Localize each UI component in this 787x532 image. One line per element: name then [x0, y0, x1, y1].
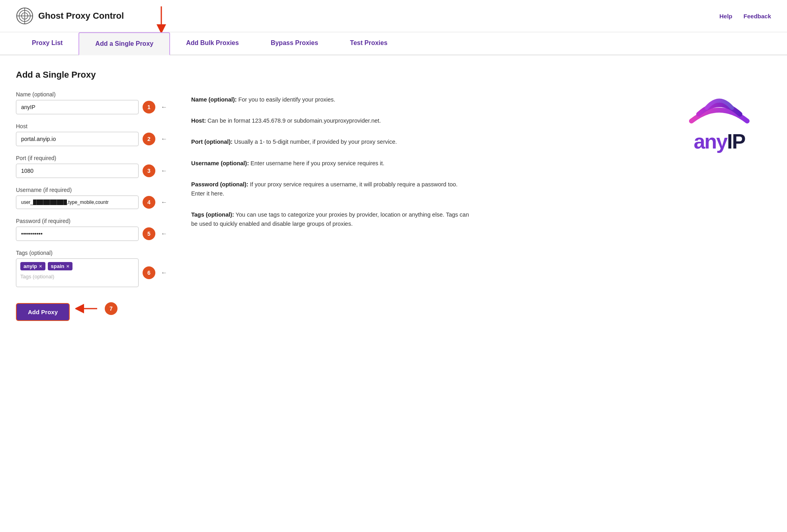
tags-field-row: anyip × spain × Tags (optional) 6 ←	[16, 258, 167, 287]
step-badge-1: 1	[143, 101, 155, 113]
tag-label-spain: spain	[51, 263, 65, 269]
step-badge-2: 2	[143, 133, 155, 145]
anyip-ip-text: IP	[727, 130, 745, 153]
tab-test[interactable]: Test Proxies	[334, 32, 403, 55]
help-text-2: Can be in format 123.45.678.9 or subdoma…	[208, 117, 381, 124]
password-label: Password (if required)	[16, 218, 167, 224]
nav-tabs: Proxy List Add a Single Proxy Add Bulk P…	[0, 32, 787, 55]
help-text-4: Enter username here if you proxy service…	[251, 160, 384, 166]
help-text-1: For you to easily identify your proxies.	[238, 96, 335, 103]
tags-arrow: ←	[161, 269, 167, 276]
app-title: Ghost Proxy Control	[38, 11, 124, 21]
header-links: Help Feedback	[719, 13, 771, 20]
help-entry-1: Name (optional): For you to easily ident…	[191, 95, 470, 104]
password-input[interactable]	[16, 227, 139, 241]
form-section: Name (optional) 1 ← Host 2 ← Port (if re…	[16, 91, 167, 321]
name-input[interactable]	[16, 100, 139, 114]
help-entry-6: Tags (optional): You can use tags to cat…	[191, 210, 470, 229]
logo-area: Ghost Proxy Control	[16, 7, 719, 25]
name-field-row: 1 ←	[16, 100, 167, 114]
help-entry-2: Host: Can be in format 123.45.678.9 or s…	[191, 116, 470, 125]
help-label-5: Password (optional):	[191, 181, 248, 188]
help-text-3: Usually a 1- to 5-digit number, if provi…	[234, 139, 397, 145]
step-badge-7: 7	[105, 302, 117, 315]
port-arrow: ←	[161, 167, 167, 174]
host-arrow: ←	[161, 135, 167, 143]
content-layout: Name (optional) 1 ← Host 2 ← Port (if re…	[16, 91, 771, 321]
anyip-cloud-svg	[683, 91, 755, 127]
step-badge-4: 4	[143, 196, 155, 209]
help-label-4: Username (optional):	[191, 160, 249, 166]
host-field-row: 2 ←	[16, 132, 167, 146]
help-label-3: Port (optional):	[191, 139, 233, 145]
help-link[interactable]: Help	[719, 13, 732, 20]
host-label: Host	[16, 123, 167, 129]
name-field-group: Name (optional) 1 ←	[16, 91, 167, 114]
main-content: Add a Single Proxy Name (optional) 1 ← H…	[0, 55, 787, 335]
tag-chip-anyip[interactable]: anyip ×	[20, 262, 45, 270]
password-field-row: 5 ←	[16, 227, 167, 241]
add-proxy-arrow	[75, 301, 99, 316]
page-title: Add a Single Proxy	[16, 70, 771, 80]
add-proxy-button[interactable]: Add Proxy	[16, 303, 70, 321]
port-field-group: Port (if required) 3 ←	[16, 155, 167, 178]
password-arrow: ←	[161, 230, 167, 237]
anyip-cloud-icon	[683, 91, 755, 127]
username-field-row: 4 ←	[16, 196, 167, 209]
tags-label: Tags (optional)	[16, 250, 167, 256]
host-field-group: Host 2 ←	[16, 123, 167, 146]
help-entry-3: Port (optional): Usually a 1- to 5-digit…	[191, 137, 470, 147]
name-label: Name (optional)	[16, 91, 167, 98]
add-proxy-btn-row: Add Proxy 7	[16, 296, 167, 321]
tags-field-group: Tags (optional) anyip × spain ×	[16, 250, 167, 287]
help-label-1: Name (optional):	[191, 96, 237, 103]
help-entry-4: Username (optional): Enter username here…	[191, 159, 470, 168]
help-label-2: Host:	[191, 117, 206, 124]
tab-proxy-list[interactable]: Proxy List	[16, 32, 78, 55]
name-arrow: ←	[161, 104, 167, 111]
step-badge-3: 3	[143, 164, 155, 177]
tab-add-single[interactable]: Add a Single Proxy	[78, 32, 170, 55]
help-label-6: Tags (optional):	[191, 211, 234, 218]
username-label: Username (if required)	[16, 187, 167, 193]
help-section: anyIP Name (optional): For you to easily…	[191, 91, 771, 321]
anyip-wordmark: anyIP	[683, 129, 755, 153]
app-logo-icon	[16, 7, 33, 25]
tab-bypass[interactable]: Bypass Proxies	[255, 32, 334, 55]
tag-label-anyip: anyip	[23, 263, 37, 269]
tag-chip-spain[interactable]: spain ×	[48, 262, 73, 270]
port-input[interactable]	[16, 164, 139, 178]
username-field-group: Username (if required) 4 ←	[16, 187, 167, 209]
header: Ghost Proxy Control Help Feedback	[0, 0, 787, 32]
help-entry-5: Password (optional): If your proxy servi…	[191, 180, 470, 198]
tag-remove-anyip[interactable]: ×	[39, 263, 42, 269]
password-field-group: Password (if required) 5 ←	[16, 218, 167, 241]
port-field-row: 3 ←	[16, 164, 167, 178]
tags-container[interactable]: anyip × spain × Tags (optional)	[16, 258, 139, 287]
feedback-link[interactable]: Feedback	[744, 13, 771, 20]
tab-add-bulk[interactable]: Add Bulk Proxies	[170, 32, 255, 55]
tags-row: anyip × spain ×	[20, 262, 134, 270]
username-input[interactable]	[16, 196, 139, 209]
port-label: Port (if required)	[16, 155, 167, 161]
step-badge-6: 6	[143, 266, 155, 279]
anyip-any-text: any	[694, 130, 727, 153]
step-badge-5: 5	[143, 227, 155, 240]
tag-remove-spain[interactable]: ×	[67, 263, 70, 269]
host-input[interactable]	[16, 132, 139, 146]
username-arrow: ←	[161, 199, 167, 206]
anyip-logo: anyIP	[683, 91, 755, 153]
tags-placeholder: Tags (optional)	[20, 274, 54, 280]
